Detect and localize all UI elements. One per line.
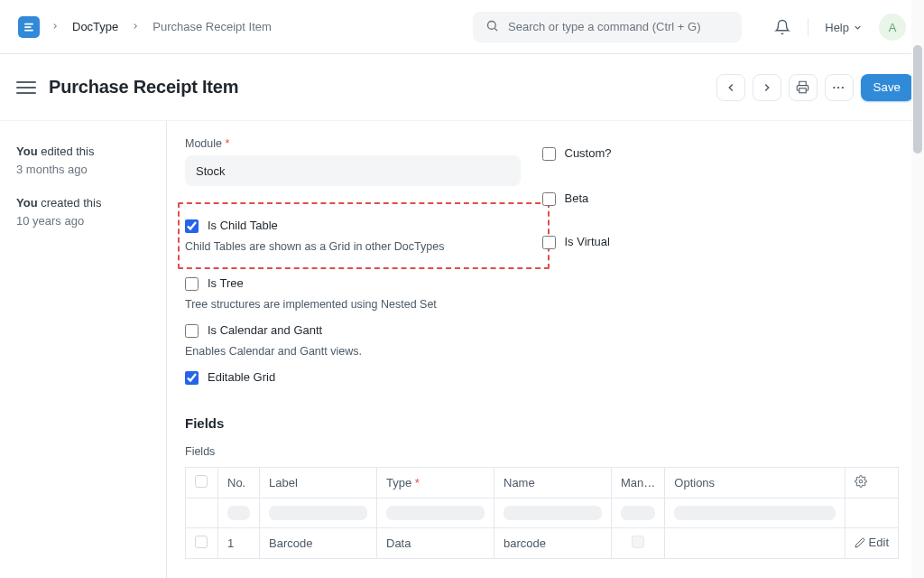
divider bbox=[808, 18, 808, 36]
save-button[interactable]: Save bbox=[861, 74, 913, 101]
breadcrumb-current: Purchase Receipt Item bbox=[152, 20, 272, 33]
user-avatar[interactable]: A bbox=[879, 14, 906, 41]
table-new-row[interactable] bbox=[185, 498, 899, 527]
is-virtual-checkbox[interactable] bbox=[542, 236, 556, 249]
module-label: Module * bbox=[185, 137, 542, 150]
svg-point-0 bbox=[488, 21, 496, 29]
row-label[interactable]: Barcode bbox=[259, 527, 376, 559]
is-tree-checkbox[interactable] bbox=[185, 277, 199, 291]
pencil-icon bbox=[855, 537, 865, 548]
is-tree-label: Is Tree bbox=[208, 276, 244, 290]
chevron-down-icon bbox=[853, 23, 863, 33]
sidebar-toggle-icon[interactable] bbox=[16, 78, 36, 98]
row-name[interactable]: barcode bbox=[494, 527, 611, 559]
row-no: 1 bbox=[217, 527, 259, 559]
select-all-checkbox[interactable] bbox=[195, 475, 208, 488]
print-button[interactable] bbox=[789, 74, 818, 101]
custom-label: Custom? bbox=[565, 146, 612, 160]
chevron-right-icon bbox=[131, 20, 140, 33]
next-button[interactable] bbox=[753, 74, 781, 101]
svg-line-1 bbox=[494, 28, 497, 31]
col-type: Type * bbox=[376, 467, 494, 498]
col-label: Label bbox=[259, 467, 376, 498]
highlight-annotation: Is Child Table Child Tables are shown as… bbox=[178, 202, 550, 269]
col-options: Options bbox=[664, 467, 844, 498]
global-search[interactable]: Search or type a command (Ctrl + G) bbox=[473, 12, 742, 42]
form-area: Module * Is Child Table Child Tables are… bbox=[166, 121, 924, 578]
scrollbar-thumb[interactable] bbox=[913, 45, 922, 154]
col-name: Name bbox=[494, 467, 611, 498]
editable-grid-checkbox[interactable] bbox=[185, 371, 199, 385]
notifications-icon[interactable] bbox=[773, 18, 791, 36]
module-input[interactable] bbox=[185, 155, 521, 186]
svg-rect-2 bbox=[799, 89, 807, 93]
table-header-row: No. Label Type * Name Man… Options bbox=[185, 467, 899, 498]
is-tree-desc: Tree structures are implemented using Ne… bbox=[185, 298, 542, 311]
is-calendar-gantt-desc: Enables Calendar and Gantt views. bbox=[185, 345, 542, 358]
is-calendar-gantt-label: Is Calendar and Gantt bbox=[208, 323, 322, 337]
row-type[interactable]: Data bbox=[376, 527, 494, 559]
col-mandatory: Man… bbox=[611, 467, 664, 498]
editable-grid-label: Editable Grid bbox=[208, 370, 275, 384]
chevron-right-icon bbox=[51, 20, 60, 33]
is-child-table-label: Is Child Table bbox=[208, 219, 278, 232]
timeline-sidebar: You edited this 3 months ago You created… bbox=[0, 121, 166, 578]
timeline-entry: You edited this 3 months ago bbox=[16, 143, 155, 178]
beta-label: Beta bbox=[565, 191, 589, 205]
help-menu[interactable]: Help bbox=[825, 21, 863, 34]
search-placeholder: Search or type a command (Ctrl + G) bbox=[508, 20, 701, 33]
row-edit-button[interactable]: Edit bbox=[855, 536, 889, 549]
row-checkbox[interactable] bbox=[195, 536, 208, 548]
table-settings-icon[interactable] bbox=[845, 467, 899, 498]
beta-checkbox[interactable] bbox=[542, 192, 556, 206]
is-child-table-checkbox[interactable] bbox=[185, 219, 199, 233]
prev-button[interactable] bbox=[716, 74, 745, 101]
app-logo[interactable] bbox=[18, 16, 40, 38]
table-row[interactable]: 1 Barcode Data barcode Edit bbox=[185, 527, 899, 559]
svg-point-3 bbox=[859, 480, 863, 483]
is-child-table-desc: Child Tables are shown as a Grid in othe… bbox=[185, 240, 542, 253]
row-options[interactable] bbox=[664, 527, 844, 559]
fields-section-heading: Fields bbox=[185, 415, 899, 431]
breadcrumb: DocType Purchase Receipt Item bbox=[51, 20, 272, 33]
is-virtual-label: Is Virtual bbox=[565, 235, 610, 248]
fields-sublabel: Fields bbox=[185, 445, 899, 458]
search-icon bbox=[485, 19, 499, 35]
page-title: Purchase Receipt Item bbox=[49, 77, 238, 98]
breadcrumb-parent[interactable]: DocType bbox=[72, 20, 118, 33]
col-no: No. bbox=[217, 467, 259, 498]
row-mandatory-checkbox[interactable] bbox=[632, 536, 644, 548]
timeline-entry: You created this 10 years ago bbox=[16, 194, 155, 229]
is-calendar-gantt-checkbox[interactable] bbox=[185, 324, 199, 338]
more-menu-button[interactable]: ··· bbox=[825, 74, 854, 101]
fields-table: No. Label Type * Name Man… Options bbox=[185, 467, 899, 559]
custom-checkbox[interactable] bbox=[542, 147, 556, 161]
